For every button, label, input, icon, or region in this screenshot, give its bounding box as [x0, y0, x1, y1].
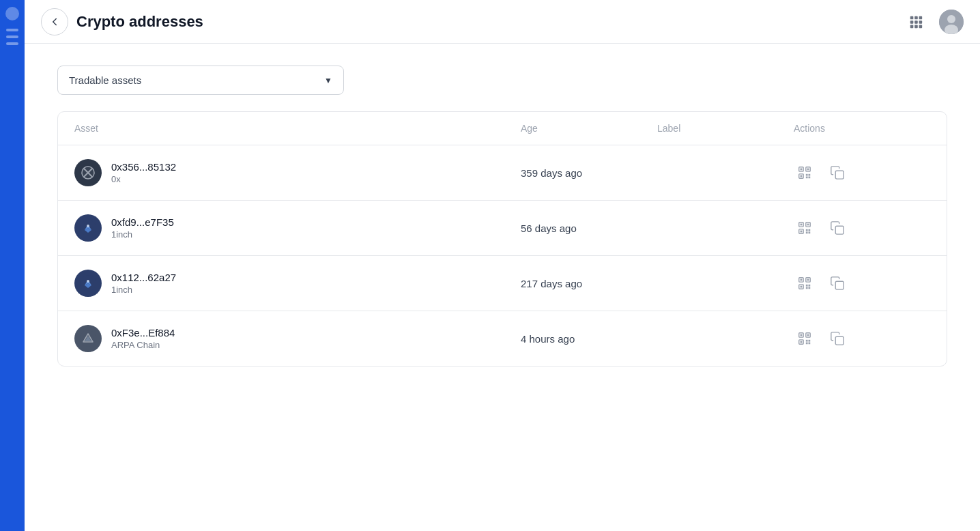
svg-rect-19: [801, 169, 803, 171]
svg-rect-7: [914, 25, 918, 28]
svg-rect-33: [801, 224, 803, 226]
svg-rect-65: [806, 343, 808, 345]
svg-rect-3: [910, 20, 914, 24]
svg-rect-61: [807, 334, 809, 336]
svg-point-10: [947, 15, 955, 23]
asset-cell-3: 0x112...62a27 1inch: [74, 270, 521, 297]
asset-address-3: 0x112...62a27: [111, 272, 176, 283]
header-right: [904, 10, 964, 34]
svg-rect-5: [919, 20, 923, 24]
asset-cell-1: 0x356...85132 0x: [74, 159, 521, 186]
svg-rect-36: [806, 229, 808, 231]
svg-rect-39: [809, 232, 811, 234]
actions-cell-4: [794, 328, 930, 349]
asset-name-3: 1inch: [111, 285, 176, 295]
table-row: 0xfd9...e7F35 1inch 56 days ago: [58, 201, 947, 256]
col-header-actions: Actions: [794, 123, 930, 134]
svg-rect-51: [806, 287, 808, 289]
svg-rect-2: [919, 16, 923, 19]
grid-icon[interactable]: [904, 10, 928, 34]
svg-rect-8: [919, 25, 923, 28]
asset-icon-3: [74, 270, 102, 297]
qr-code-button-1[interactable]: [794, 162, 816, 184]
svg-rect-40: [835, 226, 844, 234]
sidebar-nav-item-1: [6, 29, 18, 31]
svg-rect-26: [809, 177, 811, 179]
svg-rect-21: [801, 175, 803, 177]
sidebar-nav-item-3: [6, 42, 18, 45]
actions-cell-2: [794, 217, 930, 239]
header: Crypto addresses: [25, 0, 980, 44]
actions-cell-3: [794, 272, 930, 294]
header-left: Crypto addresses: [41, 8, 203, 35]
svg-rect-0: [910, 16, 914, 19]
svg-rect-66: [809, 343, 811, 345]
asset-icon-1: [74, 159, 102, 186]
svg-rect-52: [809, 287, 811, 289]
age-cell-3: 217 days ago: [521, 278, 657, 289]
svg-point-29: [87, 225, 89, 227]
svg-rect-63: [806, 340, 808, 342]
sidebar-nav-item-2: [6, 35, 18, 38]
svg-rect-35: [801, 231, 803, 233]
chevron-down-icon: ▼: [324, 76, 332, 85]
table-row: 0xF3e...Ef884 ARPA Chain 4 hours ago: [58, 311, 947, 366]
asset-name-4: ARPA Chain: [111, 340, 175, 350]
asset-address-2: 0xfd9...e7F35: [111, 216, 174, 228]
asset-info-2: 0xfd9...e7F35 1inch: [111, 216, 174, 240]
dropdown-container: Tradable assets ▼: [57, 66, 947, 95]
qr-code-button-3[interactable]: [794, 272, 816, 294]
svg-rect-37: [809, 229, 811, 231]
asset-icon-4: [74, 325, 102, 352]
svg-rect-24: [809, 174, 811, 176]
col-header-asset: Asset: [74, 123, 521, 134]
page-title: Crypto addresses: [76, 13, 203, 31]
table-header: Asset Age Label Actions: [58, 112, 947, 145]
svg-rect-25: [806, 177, 808, 179]
asset-info-3: 0x112...62a27 1inch: [111, 272, 176, 295]
copy-button-4[interactable]: [826, 328, 848, 349]
svg-point-42: [87, 280, 89, 283]
copy-button-3[interactable]: [826, 272, 848, 294]
svg-rect-38: [806, 232, 808, 234]
svg-rect-62: [801, 341, 803, 343]
age-cell-2: 56 days ago: [521, 223, 657, 234]
col-header-label: Label: [657, 123, 794, 134]
asset-filter-dropdown[interactable]: Tradable assets ▼: [57, 66, 344, 95]
avatar[interactable]: [939, 10, 964, 34]
sidebar-logo: [5, 7, 19, 20]
asset-name-2: 1inch: [111, 229, 174, 240]
copy-button-1[interactable]: [826, 162, 848, 184]
sidebar: [0, 0, 25, 531]
back-button[interactable]: [41, 8, 68, 35]
svg-rect-34: [807, 224, 809, 226]
svg-rect-23: [806, 174, 808, 176]
asset-info-1: 0x356...85132 0x: [111, 161, 176, 184]
dropdown-label: Tradable assets: [69, 74, 141, 86]
svg-rect-49: [806, 285, 808, 287]
svg-rect-67: [835, 336, 844, 345]
addresses-table: Asset Age Label Actions 0x356...85132: [57, 111, 947, 367]
asset-cell-4: 0xF3e...Ef884 ARPA Chain: [74, 325, 521, 352]
svg-rect-48: [801, 286, 803, 288]
asset-cell-2: 0xfd9...e7F35 1inch: [74, 214, 521, 242]
svg-rect-27: [835, 171, 844, 179]
asset-info-4: 0xF3e...Ef884 ARPA Chain: [111, 327, 175, 350]
actions-cell-1: [794, 162, 930, 184]
svg-rect-6: [910, 25, 914, 28]
age-cell-1: 359 days ago: [521, 167, 657, 179]
asset-icon-2: [74, 214, 102, 242]
qr-code-button-4[interactable]: [794, 328, 816, 349]
age-cell-4: 4 hours ago: [521, 333, 657, 345]
svg-rect-53: [835, 281, 844, 289]
copy-button-2[interactable]: [826, 217, 848, 239]
svg-rect-46: [801, 279, 803, 281]
asset-address-4: 0xF3e...Ef884: [111, 327, 175, 339]
svg-rect-50: [809, 285, 811, 287]
svg-rect-47: [807, 279, 809, 281]
table-row: 0x356...85132 0x 359 days ago: [58, 145, 947, 201]
qr-code-button-2[interactable]: [794, 217, 816, 239]
svg-rect-4: [914, 20, 918, 24]
svg-rect-1: [914, 16, 918, 19]
svg-rect-60: [801, 334, 803, 336]
